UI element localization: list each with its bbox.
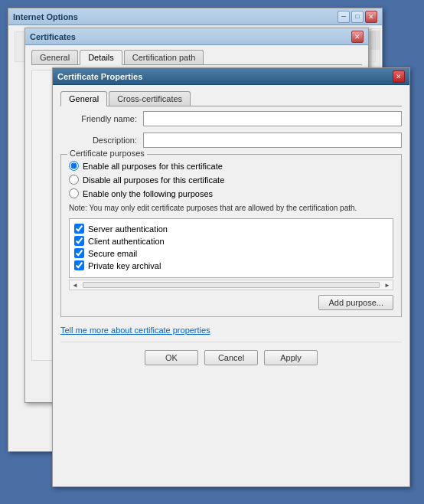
friendly-name-label: Friendly name: bbox=[60, 114, 137, 123]
purpose-server-auth: Server authentication bbox=[74, 224, 388, 234]
checkbox-client-auth[interactable] bbox=[74, 236, 84, 246]
cert-props-body: General Cross-certificates Friendly name… bbox=[53, 85, 409, 379]
internet-options-titlebar: Internet Options ─ □ ✕ bbox=[8, 8, 382, 25]
radio-disable-all-row: Disable all purposes for this certificat… bbox=[69, 175, 393, 185]
purpose-private-key-label: Private key archival bbox=[88, 261, 161, 270]
learn-more-link[interactable]: Tell me more about certificate propertie… bbox=[60, 326, 210, 335]
apply-button[interactable]: Apply bbox=[264, 350, 318, 365]
purpose-secure-email-label: Secure email bbox=[88, 249, 137, 258]
purpose-private-key: Private key archival bbox=[74, 260, 388, 270]
purpose-client-auth-label: Client authentication bbox=[88, 237, 165, 246]
description-input[interactable] bbox=[143, 133, 402, 148]
tab-general[interactable]: General bbox=[31, 50, 78, 64]
description-label: Description: bbox=[60, 136, 137, 145]
ok-button[interactable]: OK bbox=[145, 350, 198, 365]
certificate-close-btn[interactable]: ✕ bbox=[351, 31, 364, 43]
tab-cert-general[interactable]: General bbox=[60, 91, 107, 106]
friendly-name-input[interactable] bbox=[143, 111, 402, 126]
purpose-secure-email: Secure email bbox=[74, 248, 388, 258]
checkbox-private-key[interactable] bbox=[74, 260, 84, 270]
scroll-left-arrow[interactable]: ◄ bbox=[70, 282, 80, 289]
dialog-buttons: OK Cancel Apply bbox=[60, 342, 402, 373]
cert-props-close-btn[interactable]: ✕ bbox=[393, 70, 405, 83]
checkbox-server-auth[interactable] bbox=[74, 224, 84, 234]
cert-purposes-title: Certificate purposes bbox=[67, 149, 147, 158]
purpose-client-auth: Client authentication bbox=[74, 236, 388, 246]
add-purpose-row: Add purpose... bbox=[69, 295, 393, 310]
tab-certification-path[interactable]: Certification path bbox=[124, 50, 204, 64]
radio-enable-following[interactable] bbox=[69, 188, 79, 198]
radio-enable-following-row: Enable only the following purposes bbox=[69, 188, 393, 198]
scrollbar-thumb bbox=[370, 31, 380, 50]
certificate-tab-strip: General Details Certification path bbox=[31, 50, 362, 65]
add-purpose-button[interactable]: Add purpose... bbox=[318, 295, 393, 310]
cert-props-tab-strip: General Cross-certificates bbox=[60, 91, 402, 106]
scroll-right-arrow[interactable]: ► bbox=[382, 282, 393, 289]
radio-disable-all-label: Disable all purposes for this certificat… bbox=[83, 175, 224, 185]
cancel-button[interactable]: Cancel bbox=[204, 350, 258, 365]
friendly-name-row: Friendly name: bbox=[60, 111, 402, 126]
purposes-list: Server authentication Client authenticat… bbox=[69, 218, 393, 278]
cert-purposes-group: Certificate purposes Enable all purposes… bbox=[60, 154, 402, 317]
cert-properties-dialog: Certificate Properties ✕ General Cross-c… bbox=[52, 67, 410, 487]
certificate-titlebar: Certificates ✕ bbox=[25, 28, 368, 45]
radio-enable-all-row: Enable all purposes for this certificate bbox=[69, 161, 393, 171]
internet-options-minimize-btn[interactable]: ─ bbox=[338, 11, 350, 23]
radio-disable-all[interactable] bbox=[69, 175, 79, 185]
cert-props-titlebar: Certificate Properties ✕ bbox=[53, 68, 409, 85]
internet-options-win-buttons: ─ □ ✕ bbox=[338, 11, 377, 23]
radio-enable-all[interactable] bbox=[69, 161, 79, 171]
internet-options-close-btn[interactable]: ✕ bbox=[365, 11, 377, 23]
description-row: Description: bbox=[60, 133, 402, 148]
purposes-scrollbar[interactable]: ◄ ► bbox=[69, 280, 393, 290]
scrollbar-track[interactable] bbox=[83, 282, 380, 288]
tab-details[interactable]: Details bbox=[80, 50, 122, 65]
cert-props-win-buttons: ✕ bbox=[393, 70, 405, 83]
internet-options-maximize-btn[interactable]: □ bbox=[351, 11, 364, 23]
internet-options-title: Internet Options bbox=[13, 12, 78, 21]
cert-props-title: Certificate Properties bbox=[57, 72, 142, 81]
certificate-win-buttons: ✕ bbox=[351, 31, 364, 43]
radio-enable-all-label: Enable all purposes for this certificate bbox=[83, 162, 223, 171]
learn-more-row: Tell me more about certificate propertie… bbox=[60, 325, 402, 335]
tab-cross-certificates[interactable]: Cross-certificates bbox=[109, 91, 191, 106]
radio-enable-following-label: Enable only the following purposes bbox=[83, 189, 213, 198]
purpose-server-auth-label: Server authentication bbox=[88, 224, 168, 234]
checkbox-secure-email[interactable] bbox=[74, 248, 84, 258]
certificate-title: Certificates bbox=[30, 32, 76, 41]
note-text: Note: You may only edit certificate purp… bbox=[69, 203, 393, 214]
